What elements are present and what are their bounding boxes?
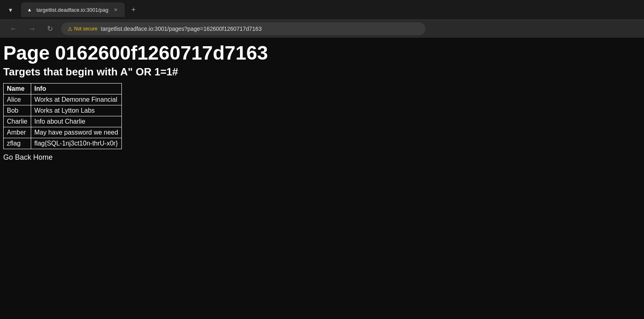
table-cell-name: Charlie: [4, 116, 31, 127]
table-cell-info: Info about Charlie: [31, 116, 121, 127]
warning-icon: ⚠: [68, 26, 72, 32]
dropdown-icon: ▾: [9, 6, 12, 14]
table-cell-name: Bob: [4, 105, 31, 116]
address-bar: ← → ↻ ⚠ Not secure targetlist.deadface.i…: [0, 20, 644, 38]
table-row: AmberMay have password we need: [4, 127, 122, 138]
table-header-row: Name Info: [4, 83, 122, 94]
security-badge: ⚠ Not secure: [68, 26, 98, 32]
url-text: targetlist.deadface.io:3001/pages?page=1…: [101, 26, 261, 32]
page-title: Page 0162600f1260717d7163: [3, 43, 641, 64]
tab-favicon: ▲: [26, 6, 33, 13]
table-cell-name: Amber: [4, 127, 31, 138]
back-button[interactable]: ←: [6, 23, 20, 35]
table-body: AliceWorks at Demonne FinancialBobWorks …: [4, 94, 122, 149]
col-header-name: Name: [4, 83, 31, 94]
tab-dropdown-button[interactable]: ▾: [3, 2, 18, 17]
col-header-info: Info: [31, 83, 121, 94]
table-cell-name: zflag: [4, 138, 31, 149]
new-tab-button[interactable]: +: [128, 4, 139, 15]
not-secure-label: Not secure: [74, 26, 98, 32]
go-back-link[interactable]: Go Back Home: [3, 153, 641, 162]
forward-button[interactable]: →: [25, 23, 39, 35]
targets-table: Name Info AliceWorks at Demonne Financia…: [3, 83, 122, 149]
page-subtitle: Targets that begin with A" OR 1=1#: [3, 66, 641, 78]
table-cell-info: flag{SQL-1nj3ct10n-thrU-x0r}: [31, 138, 121, 149]
url-bar[interactable]: ⚠ Not secure targetlist.deadface.io:3001…: [61, 22, 425, 35]
page-content: Page 0162600f1260717d7163 Targets that b…: [0, 38, 644, 170]
table-cell-info: Works at Demonne Financial: [31, 94, 121, 105]
browser-chrome: ▾ ▲ targetlist.deadface.io:3001/pag × + …: [0, 0, 644, 38]
tab-title: targetlist.deadface.io:3001/pag: [36, 7, 108, 13]
tab-bar: ▾ ▲ targetlist.deadface.io:3001/pag × +: [0, 0, 644, 19]
table-cell-info: Works at Lytton Labs: [31, 105, 121, 116]
table-cell-name: Alice: [4, 94, 31, 105]
tab-close-button[interactable]: ×: [112, 6, 120, 14]
table-cell-info: May have password we need: [31, 127, 121, 138]
active-tab[interactable]: ▲ targetlist.deadface.io:3001/pag ×: [21, 2, 125, 17]
table-row: zflagflag{SQL-1nj3ct10n-thrU-x0r}: [4, 138, 122, 149]
reload-button[interactable]: ↻: [44, 23, 56, 35]
table-row: CharlieInfo about Charlie: [4, 116, 122, 127]
table-row: AliceWorks at Demonne Financial: [4, 94, 122, 105]
table-row: BobWorks at Lytton Labs: [4, 105, 122, 116]
